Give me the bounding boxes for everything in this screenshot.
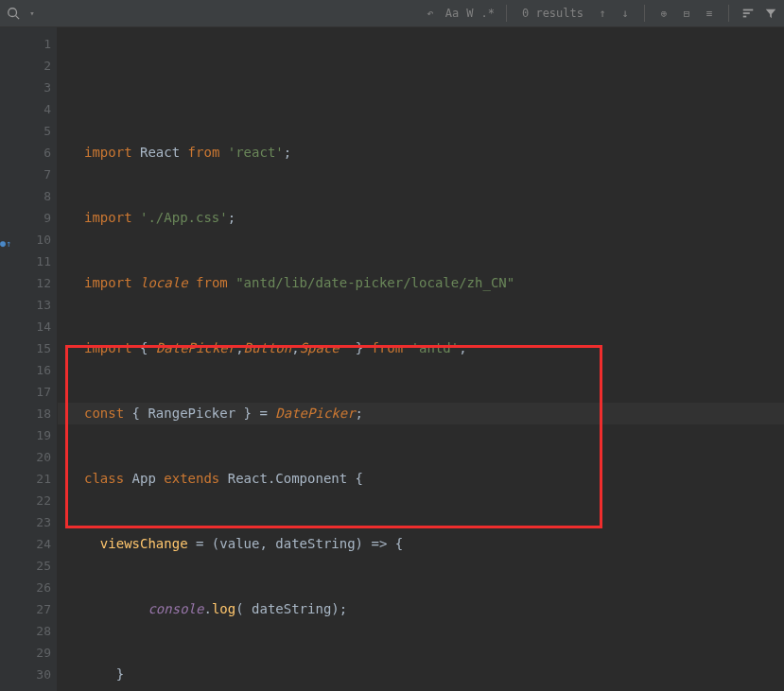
toolbar-left: ▾ <box>6 6 40 21</box>
code-editor[interactable]: 1 2 3 4 5 6 7 8 9 ●↑10 11 12 13 14 15 16… <box>0 27 784 691</box>
regex-toggle[interactable]: .* <box>481 7 495 20</box>
line-number[interactable]: 3 <box>0 77 51 98</box>
code-line[interactable]: import { DatePicker,Button,Space } from … <box>84 337 784 359</box>
line-number[interactable]: 29 <box>0 642 51 664</box>
line-number[interactable]: 26 <box>0 577 51 598</box>
code-line[interactable]: console.log( dateString); <box>84 598 784 620</box>
settings-icon[interactable] <box>740 6 756 21</box>
prev-match-icon[interactable]: ↑ <box>595 6 610 21</box>
line-number[interactable]: 18 <box>0 403 51 424</box>
line-number[interactable]: 14 <box>0 316 51 337</box>
code-line[interactable]: viewsChange = (value, dateString) => { <box>84 533 784 555</box>
line-number[interactable]: 7 <box>0 164 51 185</box>
line-number[interactable]: 31 <box>0 685 51 691</box>
line-gutter: 1 2 3 4 5 6 7 8 9 ●↑10 11 12 13 14 15 16… <box>0 27 58 691</box>
next-match-icon[interactable]: ↓ <box>618 6 633 21</box>
line-number[interactable]: 5 <box>0 120 51 142</box>
line-number[interactable]: 12 <box>0 272 51 294</box>
match-case-toggle[interactable]: Aa <box>445 7 459 20</box>
line-number[interactable]: 17 <box>0 381 51 403</box>
code-line[interactable]: class App extends React.Component { <box>84 468 784 490</box>
line-number[interactable]: 30 <box>0 664 51 685</box>
line-number[interactable]: 1 <box>0 33 51 55</box>
svg-rect-2 <box>743 9 754 11</box>
line-number[interactable]: 23 <box>0 511 51 533</box>
filter-icon[interactable] <box>763 6 778 21</box>
code-line[interactable]: import React from 'react'; <box>84 142 784 164</box>
search-icon[interactable] <box>6 6 21 21</box>
line-number[interactable]: 13 <box>0 294 51 316</box>
line-number[interactable]: 21 <box>0 468 51 490</box>
line-number[interactable]: 24 <box>0 533 51 555</box>
svg-line-1 <box>16 16 20 20</box>
line-number[interactable]: 6 <box>0 142 51 164</box>
code-area[interactable]: import React from 'react'; import './App… <box>58 27 784 691</box>
separator <box>644 5 645 22</box>
line-number[interactable]: 28 <box>0 620 51 642</box>
add-selection-icon[interactable]: ⊕ <box>656 6 671 21</box>
line-number[interactable]: 4 <box>0 98 51 120</box>
override-icon: ●↑ <box>0 233 11 254</box>
line-number[interactable]: ●↑10 <box>0 229 51 250</box>
line-number[interactable]: 22 <box>0 490 51 511</box>
line-number[interactable]: 25 <box>0 555 51 577</box>
dropdown-icon[interactable]: ▾ <box>25 6 40 21</box>
select-all-icon[interactable]: ⊟ <box>679 6 694 21</box>
code-line[interactable]: } <box>84 664 784 685</box>
results-count: 0 results <box>518 7 587 20</box>
history-prev-icon[interactable]: ↶ <box>423 6 438 21</box>
line-number[interactable]: 15 <box>0 337 51 359</box>
line-number[interactable]: 27 <box>0 598 51 620</box>
toolbar-right: ↶ Aa W .* 0 results ↑ ↓ ⊕ ⊟ ≡ <box>423 5 778 22</box>
separator <box>728 5 729 22</box>
code-line[interactable]: import './App.css'; <box>84 207 784 229</box>
line-number[interactable]: 19 <box>0 424 51 446</box>
svg-rect-4 <box>743 16 747 18</box>
line-number[interactable]: 2 <box>0 55 51 77</box>
annotation-rectangle <box>65 345 602 528</box>
svg-rect-3 <box>743 12 750 14</box>
separator <box>506 5 507 22</box>
find-toolbar: ▾ ↶ Aa W .* 0 results ↑ ↓ ⊕ ⊟ ≡ <box>0 0 784 27</box>
line-number[interactable]: 16 <box>0 359 51 381</box>
show-usages-icon[interactable]: ≡ <box>702 6 717 21</box>
line-number[interactable]: 9 <box>0 207 51 229</box>
line-number[interactable]: 20 <box>0 446 51 468</box>
svg-point-0 <box>9 9 17 17</box>
match-word-toggle[interactable]: W <box>466 7 473 20</box>
line-number[interactable]: 8 <box>0 185 51 207</box>
code-line[interactable]: import locale from "antd/lib/date-picker… <box>84 272 784 294</box>
